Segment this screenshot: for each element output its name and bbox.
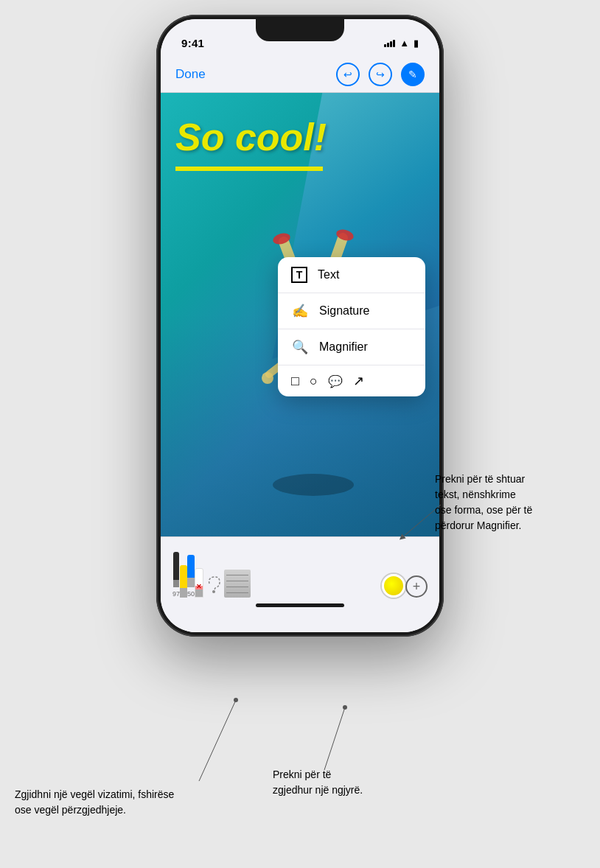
plus-label: +: [413, 579, 421, 595]
battery-icon: ▮: [414, 38, 419, 49]
popup-magnifier-item[interactable]: 🔍 Magnifier: [278, 329, 425, 365]
bottom-center-annotation: Prekni për të zgjedhur një ngjyrë.: [273, 767, 398, 798]
yellow-marker-visual: [180, 565, 187, 598]
svg-point-11: [212, 590, 215, 593]
eraser-x-mark: ✕: [196, 583, 202, 590]
popup-menu: T Text ✍️ Signature 🔍 Magnifier □ ○ �: [278, 257, 425, 396]
undo-button[interactable]: ↩: [336, 63, 360, 86]
top-right-annotation: Prekni për të shtuar tekst, nënshkrime o…: [435, 472, 582, 533]
annotation-line-2: tekst, nënshkrime: [435, 489, 516, 500]
yellow-marker-tool[interactable]: [180, 565, 187, 598]
annotation-line-1: Prekni për të shtuar: [435, 473, 525, 485]
home-indicator: [256, 603, 344, 607]
bottom-toolbar: 97 50 ✕: [161, 536, 439, 632]
blue-marker-size-label: 50: [187, 590, 195, 598]
ruler-tool[interactable]: [224, 570, 251, 598]
lasso-visual: [203, 570, 224, 598]
image-area: So cool!: [161, 93, 439, 536]
redo-button[interactable]: ↪: [369, 63, 392, 86]
blue-marker-tool[interactable]: 50: [187, 555, 195, 598]
done-button[interactable]: Done: [175, 67, 206, 82]
photo-text-overlay: So cool!: [175, 115, 327, 159]
text-icon: T: [291, 267, 307, 283]
lasso-tool[interactable]: [203, 570, 224, 598]
magnifier-icon: 🔍: [291, 339, 309, 355]
svg-line-15: [324, 707, 345, 770]
ruler-visual: [224, 570, 251, 598]
nav-right-icons: ↩ ↪ ✎: [336, 63, 425, 86]
phone-screen: 9:41 ▲ ▮ Done ↩: [161, 19, 439, 632]
svg-point-8: [273, 474, 354, 496]
pen-tool[interactable]: 97: [172, 552, 180, 598]
redo-icon: ↪: [376, 69, 385, 80]
bottom-left-annotation: Zgjidhni një vegël vizatimi, fshirëse os…: [15, 787, 199, 818]
wifi-icon: ▲: [400, 38, 409, 49]
nav-bar: Done ↩ ↪ ✎: [161, 56, 439, 93]
circle-shape-icon[interactable]: ○: [310, 374, 318, 389]
svg-point-16: [343, 705, 347, 710]
annotation-line-3: ose forma, ose për të: [435, 504, 532, 516]
rectangle-shape-icon[interactable]: □: [291, 374, 299, 389]
plus-icon: +: [405, 575, 428, 598]
signature-icon: ✍️: [291, 303, 309, 319]
annotation-line-4: përdorur Magnifier.: [435, 519, 522, 531]
annotation-bc-line2: zgjedhur një ngjyrë.: [273, 784, 363, 796]
status-icons: ▲ ▮: [384, 38, 419, 49]
svg-point-14: [234, 698, 238, 702]
color-picker-visual: [382, 574, 405, 598]
annotation-bl-line2: ose vegël përzgjedhjeje.: [15, 804, 126, 816]
pen-visual: [173, 552, 179, 587]
svg-line-13: [199, 700, 236, 781]
signal-icon: [384, 38, 395, 47]
speech-bubble-icon[interactable]: 💬: [328, 374, 343, 388]
toolbar-tools: 97 50 ✕: [161, 537, 439, 603]
magnifier-item-label: Magnifier: [319, 340, 368, 354]
signature-item-label: Signature: [319, 304, 370, 318]
popup-signature-item[interactable]: ✍️ Signature: [278, 293, 425, 329]
photo-text-underline: [175, 167, 323, 171]
svg-point-9: [262, 372, 273, 384]
markup-button[interactable]: ✎: [401, 63, 425, 86]
status-time: 9:41: [181, 37, 204, 49]
annotation-bl-line1: Zgjidhni një vegël vizatimi, fshirëse: [15, 788, 174, 800]
scene: 9:41 ▲ ▮ Done ↩: [0, 0, 600, 868]
pen-size-label: 97: [172, 590, 180, 598]
color-picker[interactable]: [382, 574, 405, 598]
notch: [256, 19, 344, 41]
arrow-icon[interactable]: ↗: [353, 373, 364, 389]
eraser-visual: ✕: [195, 568, 203, 598]
eraser-tool[interactable]: ✕: [195, 568, 203, 598]
popup-text-item[interactable]: T Text: [278, 257, 425, 293]
blue-marker-visual: [187, 555, 195, 587]
annotation-bc-line1: Prekni për të: [273, 769, 331, 780]
phone-frame: 9:41 ▲ ▮ Done ↩: [156, 15, 444, 637]
markup-icon: ✎: [408, 69, 417, 80]
add-tool-button[interactable]: +: [405, 575, 428, 598]
home-indicator-row: [161, 603, 439, 613]
undo-icon: ↩: [343, 69, 352, 80]
shapes-row: □ ○ 💬 ↗: [278, 365, 425, 396]
text-item-label: Text: [318, 268, 339, 281]
